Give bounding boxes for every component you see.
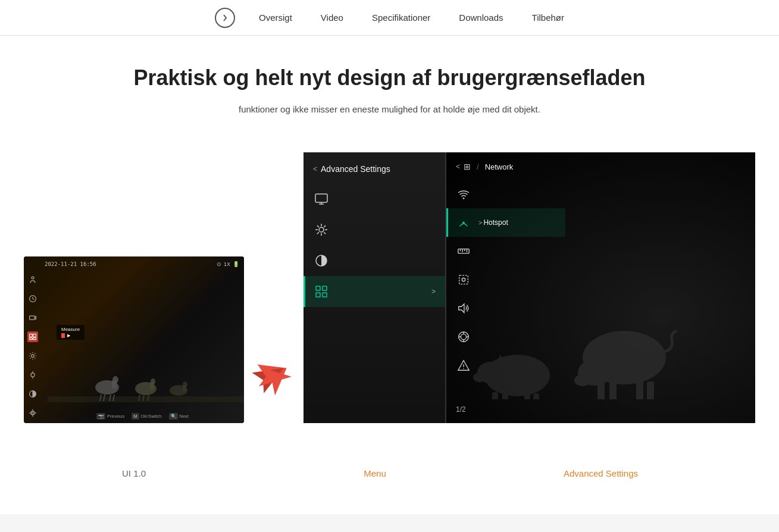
nav-link-downloads[interactable]: Downloads	[459, 12, 503, 23]
contrast-icon	[27, 389, 38, 399]
adv-items: > Hotspot	[446, 180, 565, 380]
navigation-bar: Oversigt Video Specifikationer Downloads…	[0, 0, 779, 36]
hint-ok: M OK/Switch	[132, 413, 161, 420]
menu-item-contrast[interactable]	[304, 245, 445, 276]
person-icon	[27, 274, 38, 285]
page-title: Praktisk og helt nyt design af brugergræ…	[24, 48, 755, 90]
thermal-timestamp: 2022-11-21 16:56	[45, 261, 96, 267]
nav-link-specifikationer[interactable]: Specifikationer	[372, 12, 430, 23]
svg-rect-17	[48, 396, 244, 402]
menu-item-active-bar	[304, 276, 305, 307]
adv-item-compass[interactable]	[446, 323, 565, 351]
adv-breadcrumb-icon: ⊞	[464, 162, 471, 171]
svg-line-46	[324, 232, 326, 234]
sun-icon	[27, 370, 38, 380]
ui-panel: 2022-11-21 16:56 ⊙ 1X 🔋	[24, 256, 244, 423]
measure-bar: ▶	[61, 333, 80, 338]
menu-items: >	[304, 183, 445, 307]
adv-breadcrumb-label: Network	[485, 162, 514, 171]
adv-item-detection[interactable]	[446, 265, 565, 294]
svg-rect-3	[30, 334, 33, 337]
thermal-topbar: 2022-11-21 16:56 ⊙ 1X 🔋	[45, 261, 239, 267]
nav-chevron-button[interactable]	[215, 8, 235, 28]
images-labels: UI 1.0 Menu Advanced Settings	[24, 468, 755, 478]
hint-label-ok: OK/Switch	[141, 414, 162, 419]
label-ui1: UI 1.0	[24, 468, 244, 478]
detection-icon	[456, 272, 471, 287]
thermal-screen: 2022-11-21 16:56 ⊙ 1X 🔋	[24, 256, 244, 423]
battery-icon: 🔋	[233, 261, 239, 267]
thermal-indicators: ⊙ 1X 🔋	[217, 261, 239, 267]
menu-item-chevron: >	[431, 287, 436, 296]
zoom-level: 1X	[224, 261, 230, 267]
svg-point-40	[319, 227, 324, 232]
warning-icon	[456, 358, 471, 373]
svg-line-48	[317, 232, 319, 234]
brightness-icon	[27, 408, 38, 418]
adv-item-ruler[interactable]	[446, 237, 565, 265]
adv-item-sound[interactable]	[446, 294, 565, 323]
svg-point-27	[151, 378, 155, 384]
svg-rect-53	[323, 293, 327, 297]
adv-overlay: < ⊞ / Network	[446, 152, 565, 423]
compass-icon	[456, 329, 471, 345]
adv-hotspot-label: Hotspot	[483, 218, 508, 227]
arrow-container	[244, 352, 304, 399]
grid-icon	[313, 283, 330, 300]
adv-item-hotspot[interactable]: > Hotspot	[446, 208, 565, 237]
page-indicator: 1/2	[456, 405, 466, 414]
hint-label-next: Next	[180, 414, 189, 419]
hint-previous: 📷 Previous	[96, 413, 124, 420]
svg-rect-77	[459, 276, 468, 284]
measure-label: Measure	[61, 327, 80, 332]
speaker-icon	[456, 301, 471, 316]
svg-rect-6	[33, 338, 36, 340]
nav-link-oversigt[interactable]: Oversigt	[259, 12, 292, 23]
adv-item-warning[interactable]	[446, 351, 565, 380]
adv-back-chevron: <	[456, 162, 460, 171]
menu-icon	[27, 331, 38, 342]
measure-overlay: Measure ▶	[57, 325, 85, 340]
svg-rect-72	[458, 249, 469, 253]
svg-rect-50	[316, 286, 320, 290]
hint-key-search: 🔍	[169, 413, 178, 420]
nav-link-tilbehor[interactable]: Tilbehør	[532, 12, 564, 23]
display-icon	[313, 190, 330, 207]
menu-item-display[interactable]	[304, 183, 445, 214]
arrow-icon	[247, 352, 301, 399]
nav-link-video[interactable]: Video	[321, 12, 343, 23]
svg-line-47	[324, 226, 326, 227]
svg-rect-2	[30, 316, 35, 320]
svg-rect-4	[33, 334, 36, 337]
svg-point-88	[463, 368, 464, 369]
hotspot-icon	[456, 215, 471, 230]
svg-point-78	[462, 278, 465, 281]
nav-links: Oversigt Video Specifikationer Downloads…	[259, 12, 564, 23]
description-text: funktioner og ikke misser en eneste muli…	[152, 102, 628, 117]
menu-back-chevron: <	[313, 165, 317, 173]
brightness-menu-icon	[313, 221, 330, 238]
svg-rect-61	[647, 381, 654, 399]
menu-header: < Advanced Settings	[304, 164, 445, 183]
contrast-menu-icon	[313, 252, 330, 269]
svg-rect-59	[609, 381, 617, 399]
adv-hotspot-chevron: >	[478, 219, 482, 226]
ruler-icon	[456, 243, 471, 259]
svg-point-70	[463, 198, 465, 199]
adv-item-active-bar	[446, 208, 448, 237]
svg-rect-51	[323, 286, 327, 290]
adv-header: < ⊞ / Network	[446, 162, 565, 180]
svg-point-8	[31, 373, 35, 377]
thermal-bottombar: 📷 Previous M OK/Switch 🔍 Next	[45, 413, 240, 420]
hint-next: 🔍 Next	[169, 413, 189, 420]
menu-header-title: Advanced Settings	[321, 164, 390, 174]
menu-item-advanced[interactable]: >	[304, 276, 445, 307]
images-section: 2022-11-21 16:56 ⊙ 1X 🔋	[24, 152, 755, 459]
svg-point-20	[112, 376, 118, 383]
advanced-panel: < ⊞ / Network	[446, 152, 755, 423]
video-icon	[27, 312, 38, 323]
svg-point-7	[32, 355, 35, 358]
menu-item-brightness[interactable]	[304, 214, 445, 245]
hint-key-m: M	[132, 413, 139, 420]
adv-item-network[interactable]	[446, 180, 565, 208]
